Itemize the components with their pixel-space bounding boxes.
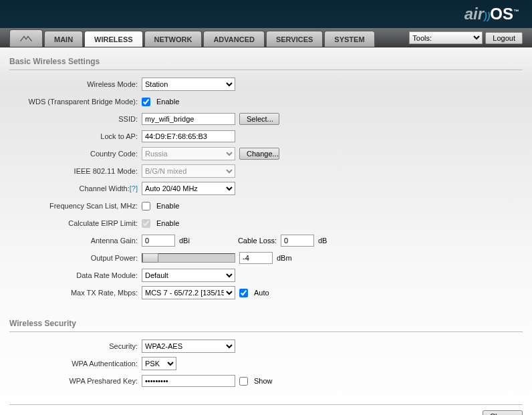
tab-network[interactable]: NETWORK xyxy=(144,31,203,47)
tab-main[interactable]: MAIN xyxy=(44,31,83,47)
tab-system[interactable]: SYSTEM xyxy=(324,31,374,47)
wds-enable-text: Enable xyxy=(156,98,179,106)
wpa-key-label: WPA Preshared Key: xyxy=(9,377,142,385)
freq-scan-checkbox[interactable] xyxy=(142,202,150,211)
max-tx-auto-checkbox[interactable] xyxy=(239,289,248,297)
security-select[interactable]: WPA2-AES xyxy=(142,339,235,353)
data-rate-label: Data Rate Module: xyxy=(9,271,142,279)
show-text: Show xyxy=(254,377,273,385)
lock-ap-input[interactable] xyxy=(142,130,235,142)
country-change-button[interactable]: Change... xyxy=(239,148,279,160)
db-text: dB xyxy=(318,237,327,245)
security-form: Security: WPA2-AES WPA Authentication: P… xyxy=(9,339,523,391)
page-content: Basic Wireless Settings Wireless Mode: S… xyxy=(0,47,532,415)
brand-logo: air))OS™ xyxy=(464,5,519,23)
country-select: Russia xyxy=(142,147,235,160)
wireless-mode-select[interactable]: Station xyxy=(142,78,235,91)
calc-eirp-checkbox xyxy=(142,219,150,228)
page-footer: Change xyxy=(9,404,523,415)
tools-select[interactable]: Tools: xyxy=(409,31,483,44)
section-security-title: Wireless Security xyxy=(9,316,523,332)
wds-label: WDS (Transparent Bridge Mode): xyxy=(9,98,142,106)
wpa-auth-label: WPA Authentication: xyxy=(9,360,142,368)
section-basic-title: Basic Wireless Settings xyxy=(9,54,523,70)
ieee-select: B/G/N mixed xyxy=(142,164,235,178)
wireless-mode-label: Wireless Mode: xyxy=(9,80,142,88)
tab-wireless[interactable]: WIRELESS xyxy=(84,31,142,47)
freq-scan-enable-text: Enable xyxy=(156,202,179,210)
channel-width-label: Channel Width:[?] xyxy=(9,184,142,192)
tab-services[interactable]: SERVICES xyxy=(266,31,323,47)
app-header: air))OS™ xyxy=(0,0,532,28)
antenna-gain-input[interactable] xyxy=(142,235,175,247)
ssid-input[interactable] xyxy=(142,113,235,125)
ssid-label: SSID: xyxy=(9,115,142,123)
dbm-text: dBm xyxy=(277,254,292,262)
freq-scan-label: Frequency Scan List, MHz: xyxy=(9,202,142,210)
tab-advanced[interactable]: ADVANCED xyxy=(203,31,265,47)
cable-loss-label: Cable Loss: xyxy=(238,237,277,245)
output-power-slider[interactable] xyxy=(142,253,235,263)
page-change-button[interactable]: Change xyxy=(483,410,523,415)
output-power-label: Output Power: xyxy=(9,254,142,262)
logout-button[interactable]: Logout xyxy=(485,32,523,44)
auto-text: Auto xyxy=(254,289,269,297)
basic-form: Wireless Mode: Station WDS (Transparent … xyxy=(9,77,523,303)
wpa-key-input[interactable] xyxy=(142,375,235,387)
tab-row: MAIN WIRELESS NETWORK ADVANCED SERVICES … xyxy=(0,28,532,47)
brand-os: OS xyxy=(490,5,513,23)
ieee-label: IEEE 802.11 Mode: xyxy=(9,167,142,175)
wifi-icon: )) xyxy=(484,11,490,21)
security-label: Security: xyxy=(9,342,142,350)
country-label: Country Code: xyxy=(9,150,142,158)
brand-air: air xyxy=(464,5,484,23)
cable-loss-input[interactable] xyxy=(281,235,314,247)
slider-thumb[interactable] xyxy=(142,253,158,263)
tab-logo[interactable] xyxy=(9,29,43,47)
ssid-select-button[interactable]: Select... xyxy=(239,113,279,125)
max-tx-label: Max TX Rate, Mbps: xyxy=(9,289,142,297)
show-key-checkbox[interactable] xyxy=(239,377,248,386)
data-rate-select[interactable]: Default xyxy=(142,269,235,282)
output-power-input[interactable] xyxy=(239,252,273,264)
lock-ap-label: Lock to AP: xyxy=(9,132,142,140)
antenna-icon xyxy=(19,34,33,43)
calc-eirp-label: Calculate EIRP Limit: xyxy=(9,219,142,227)
dbi-text: dBi xyxy=(179,237,190,245)
wds-enable-checkbox[interactable] xyxy=(142,98,150,106)
max-tx-select[interactable]: MCS 7 - 65/72.2 [135/150] xyxy=(142,286,235,299)
wpa-auth-select[interactable]: PSK xyxy=(142,357,176,370)
channel-width-help[interactable]: [?] xyxy=(130,184,138,192)
antenna-gain-label: Antenna Gain: xyxy=(9,237,142,245)
calc-eirp-enable-text: Enable xyxy=(156,219,179,227)
channel-width-select[interactable]: Auto 20/40 MHz xyxy=(142,182,235,195)
brand-tm: ™ xyxy=(513,9,519,15)
